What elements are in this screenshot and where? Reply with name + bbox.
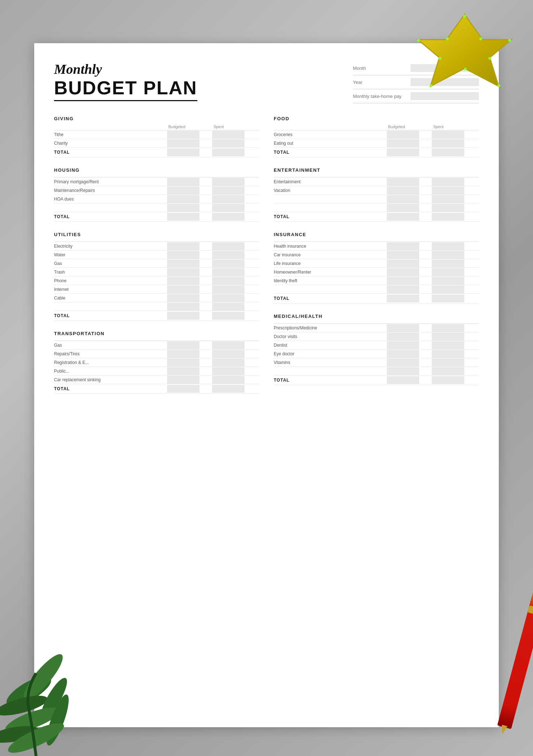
food-row-2-budgeted[interactable]	[387, 139, 419, 147]
medical-row-5-budgeted[interactable]	[387, 359, 419, 366]
food-row-1-budgeted[interactable]	[387, 131, 419, 139]
giving-total-budgeted[interactable]	[167, 148, 200, 156]
insurance-row-3-budgeted[interactable]	[387, 260, 419, 267]
insurance-row-4-budgeted[interactable]	[387, 268, 419, 276]
insurance-row-1-spent[interactable]	[432, 242, 464, 250]
giving-table: Budgeted Spent Tithe Charity	[54, 123, 259, 157]
utilities-row-6-spent[interactable]	[212, 285, 245, 293]
utilities-row-3-spent[interactable]	[212, 260, 245, 267]
utilities-row-7-budgeted[interactable]	[167, 294, 200, 302]
housing-row-4-spent[interactable]	[212, 204, 245, 212]
transport-row-5-label: Car replacement sinking	[54, 375, 167, 384]
insurance-total-spent[interactable]	[432, 294, 464, 302]
entertainment-total-spent[interactable]	[432, 213, 464, 221]
giving-row-1-label: Tithe	[54, 130, 167, 139]
food-total-spent[interactable]	[432, 148, 464, 156]
giving-row-1-budgeted[interactable]	[167, 131, 200, 139]
table-row: Life insurance	[274, 259, 479, 268]
medical-row-4-budgeted[interactable]	[387, 350, 419, 358]
medical-row-1-budgeted[interactable]	[387, 324, 419, 332]
utilities-row-2-spent[interactable]	[212, 251, 245, 259]
food-row-1-spent[interactable]	[432, 131, 464, 139]
transport-row-1-spent[interactable]	[212, 341, 245, 349]
medical-row-6-spent[interactable]	[432, 367, 464, 375]
entertainment-row-3-budgeted[interactable]	[387, 195, 419, 203]
entertainment-row-1-budgeted[interactable]	[387, 178, 419, 186]
utilities-row-8-budgeted[interactable]	[167, 303, 200, 311]
transport-row-4-budgeted[interactable]	[167, 367, 200, 375]
transport-row-2-budgeted[interactable]	[167, 350, 200, 358]
utilities-row-2-budgeted[interactable]	[167, 251, 200, 259]
transport-row-3-budgeted[interactable]	[167, 359, 200, 366]
entertainment-row-2-spent[interactable]	[432, 186, 464, 194]
insurance-row-1-budgeted[interactable]	[387, 242, 419, 250]
utilities-row-3-budgeted[interactable]	[167, 260, 200, 267]
medical-row-3-spent[interactable]	[432, 341, 464, 349]
housing-row-3-spent[interactable]	[212, 195, 245, 203]
medical-row-4-spent[interactable]	[432, 350, 464, 358]
utilities-row-1-budgeted[interactable]	[167, 242, 200, 250]
housing-row-1-budgeted[interactable]	[167, 178, 200, 186]
transport-row-5-budgeted[interactable]	[167, 376, 200, 384]
transport-row-4-spent[interactable]	[212, 367, 245, 375]
food-total-row: TOTAL	[274, 148, 479, 157]
insurance-row-3-spent[interactable]	[432, 260, 464, 267]
table-row: Car insurance	[274, 251, 479, 259]
housing-row-2-spent[interactable]	[212, 186, 245, 194]
medical-row-1-spent[interactable]	[432, 324, 464, 332]
utilities-row-5-spent[interactable]	[212, 277, 245, 285]
food-total-budgeted[interactable]	[387, 148, 419, 156]
insurance-row-6-spent[interactable]	[432, 285, 464, 293]
entertainment-row-3-spent[interactable]	[432, 195, 464, 203]
housing-row-4-budgeted[interactable]	[167, 204, 200, 212]
entertainment-row-2-budgeted[interactable]	[387, 186, 419, 194]
medical-row-2-spent[interactable]	[432, 333, 464, 341]
utilities-table: Electricity Water Gas	[54, 239, 259, 321]
insurance-row-2-spent[interactable]	[432, 251, 464, 259]
star-decoration	[396, 0, 533, 115]
insurance-row-4-spent[interactable]	[432, 268, 464, 276]
insurance-total-budgeted[interactable]	[387, 294, 419, 302]
giving-row-2-spent[interactable]	[212, 139, 245, 147]
giving-row-1-spent[interactable]	[212, 131, 245, 139]
housing-total-budgeted[interactable]	[167, 213, 200, 221]
medical-total-spent[interactable]	[432, 376, 464, 384]
utilities-row-1-spent[interactable]	[212, 242, 245, 250]
transport-total-spent[interactable]	[212, 385, 245, 393]
utilities-row-4-spent[interactable]	[212, 268, 245, 276]
food-row-2-spent[interactable]	[432, 139, 464, 147]
insurance-row-6-budgeted[interactable]	[387, 285, 419, 293]
entertainment-total-budgeted[interactable]	[387, 213, 419, 221]
transport-row-3-spent[interactable]	[212, 359, 245, 366]
transport-total-budgeted[interactable]	[167, 385, 200, 393]
medical-row-2-budgeted[interactable]	[387, 333, 419, 341]
table-row	[274, 285, 479, 294]
housing-row-2-budgeted[interactable]	[167, 186, 200, 194]
giving-row-2-budgeted[interactable]	[167, 139, 200, 147]
transport-row-5-spent[interactable]	[212, 376, 245, 384]
insurance-row-5-spent[interactable]	[432, 277, 464, 285]
insurance-row-2-budgeted[interactable]	[387, 251, 419, 259]
utilities-row-6-budgeted[interactable]	[167, 285, 200, 293]
entertainment-row-4-spent[interactable]	[432, 204, 464, 212]
housing-row-3-budgeted[interactable]	[167, 195, 200, 203]
utilities-row-5-budgeted[interactable]	[167, 277, 200, 285]
housing-total-spent[interactable]	[212, 213, 245, 221]
utilities-row-8-spent[interactable]	[212, 303, 245, 311]
medical-row-6-budgeted[interactable]	[387, 367, 419, 375]
medical-row-5-spent[interactable]	[432, 359, 464, 366]
insurance-row-5-budgeted[interactable]	[387, 277, 419, 285]
transport-row-2-spent[interactable]	[212, 350, 245, 358]
entertainment-row-4-budgeted[interactable]	[387, 204, 419, 212]
table-row: Doctor visits	[274, 332, 479, 341]
utilities-row-4-budgeted[interactable]	[167, 268, 200, 276]
giving-total-spent[interactable]	[212, 148, 245, 156]
utilities-total-spent[interactable]	[212, 312, 245, 320]
transport-row-1-budgeted[interactable]	[167, 341, 200, 349]
medical-total-budgeted[interactable]	[387, 376, 419, 384]
medical-row-3-budgeted[interactable]	[387, 341, 419, 349]
entertainment-row-1-spent[interactable]	[432, 178, 464, 186]
utilities-total-budgeted[interactable]	[167, 312, 200, 320]
housing-row-1-spent[interactable]	[212, 178, 245, 186]
utilities-row-7-spent[interactable]	[212, 294, 245, 302]
